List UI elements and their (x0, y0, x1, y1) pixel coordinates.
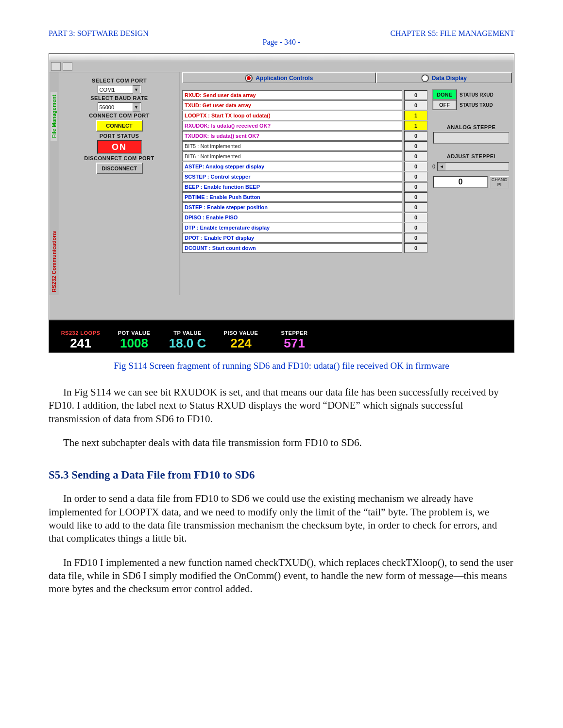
section-heading: S5.3 Sending a Data File from FD10 to SD… (49, 469, 514, 481)
page-number: Page - 340 - (49, 38, 514, 47)
port-status-value: ON (97, 140, 142, 154)
control-row-2-label[interactable]: LOOPTX : Start TX loop of udata() (182, 111, 402, 120)
control-row-8-label[interactable]: SCSTEP : Control stepper (182, 172, 402, 182)
body-paragraph-2: The next subchapter deals with data file… (49, 436, 514, 449)
status-col-1-head: POT VALUE (107, 330, 161, 336)
port-status-label: PORT STATUS (62, 133, 176, 139)
disconnect-com-port-label: DISCONNECT COM PORT (62, 155, 176, 161)
disconnect-button[interactable]: DISCONNECT (96, 163, 143, 174)
select-baud-rate-label: SELECT BAUD RATE (62, 95, 176, 101)
analog-stepper-label: ANALOG STEPPE (432, 124, 510, 130)
status-col-1-value: 1008 (107, 337, 161, 349)
control-row-10-label[interactable]: PBTIME : Enable Push Button (182, 192, 402, 202)
status-rxud-value: DONE (432, 89, 457, 100)
tab-application-controls-label: Application Controls (256, 75, 313, 82)
control-row-3-value: 1 (404, 121, 427, 131)
radio-off-icon (421, 74, 429, 82)
control-row-8-value: 0 (404, 172, 427, 182)
control-row-5-label[interactable]: BIT5 : Not implemented (182, 141, 402, 151)
status-col-1: POT VALUE1008 (107, 330, 161, 349)
status-txud-label: STATUS TXUD (460, 102, 493, 108)
connection-panel: SELECT COM PORT COM1 SELECT BAUD RATE 56… (59, 72, 180, 295)
toolbar-icon-2[interactable] (63, 62, 72, 71)
control-row-1-label[interactable]: TXUD: Get user data array (182, 100, 402, 110)
status-col-2-value: 18.0 C (161, 337, 214, 349)
tab-data-display-label: Data Display (432, 75, 467, 82)
control-row-1-value: 0 (404, 100, 427, 110)
adjust-stepper-label: ADJUST STEPPEI (432, 153, 510, 159)
control-row-4-label[interactable]: TXUDOK: Is udata() sent OK? (182, 131, 402, 141)
connect-button[interactable]: CONNECT (96, 120, 143, 132)
status-col-3-head: PISO VALUE (214, 330, 268, 336)
header-right: CHAPTER S5: FILE MANAGEMENT (390, 29, 514, 38)
screenshot: File Management RS232 Communications SEL… (49, 53, 514, 353)
status-col-0: RS232 LOOPS241 (54, 330, 107, 349)
radio-on-icon (245, 74, 253, 82)
control-row-4-value: 0 (404, 131, 427, 141)
control-row-6-label[interactable]: BIT6 : Not implemented (182, 151, 402, 161)
control-row-12-label[interactable]: DPISO : Enable PISO (182, 213, 402, 222)
stepper-readout: 0 (433, 176, 488, 188)
status-col-4: STEPPER571 (268, 330, 321, 349)
control-row-15-label[interactable]: DCOUNT : Start count down (182, 243, 402, 253)
control-row-9-value: 0 (404, 182, 427, 192)
status-col-3: PISO VALUE224 (214, 330, 268, 349)
titlebar (49, 54, 514, 61)
adjust-stepper-scrollbar[interactable]: ◄ (437, 162, 509, 171)
connect-com-port-label: CONNECT COM PORT (62, 113, 176, 118)
control-row-6-value: 0 (404, 151, 427, 161)
control-row-0-label[interactable]: RXUD: Send user data array (182, 90, 402, 100)
body-paragraph-1: In Fig S114 we can see bit RXUDOK is set… (49, 386, 514, 426)
adjust-zero-label: 0 (432, 164, 435, 169)
control-row-10-value: 0 (404, 192, 427, 202)
control-row-7-value: 0 (404, 162, 427, 171)
status-col-2: TP VALUE18.0 C (161, 330, 214, 349)
tab-application-controls[interactable]: Application Controls (182, 72, 376, 83)
vtab-file-management[interactable]: File Management (51, 92, 57, 141)
body-paragraph-3: In order to send a data file from FD10 t… (49, 492, 514, 545)
baud-rate-select[interactable]: 56000 (98, 102, 141, 111)
control-row-11-value: 0 (404, 202, 427, 212)
control-row-3-label[interactable]: RXUDOK: Is udata() received OK? (182, 121, 402, 131)
control-row-11-label[interactable]: DSTEP : Enable stepper position (182, 202, 402, 212)
status-col-3-value: 224 (214, 337, 268, 349)
control-row-0-value: 0 (404, 90, 427, 100)
control-row-14-value: 0 (404, 233, 427, 243)
header-left: PART 3: SOFTWARE DESIGN (49, 29, 149, 38)
control-row-7-label[interactable]: ASTEP: Analog stepper display (182, 162, 402, 171)
control-row-15-value: 0 (404, 243, 427, 253)
status-txud-value: OFF (432, 99, 457, 110)
status-col-2-head: TP VALUE (161, 330, 214, 336)
change-button[interactable]: CHANG PI (490, 176, 509, 188)
control-row-9-label[interactable]: BEEP : Enable function BEEP (182, 182, 402, 192)
tab-data-display[interactable]: Data Display (376, 72, 512, 83)
com-port-select[interactable]: COM1 (98, 85, 141, 94)
status-col-0-value: 241 (54, 337, 107, 349)
control-row-13-value: 0 (404, 223, 427, 232)
toolbar (49, 61, 514, 72)
vtab-rs232-communications[interactable]: RS232 Communications (51, 228, 57, 295)
control-row-2-value: 1 (404, 111, 427, 120)
scroll-left-icon[interactable]: ◄ (438, 163, 445, 170)
status-col-4-value: 571 (268, 337, 321, 349)
control-row-5-value: 0 (404, 141, 427, 151)
control-row-12-value: 0 (404, 213, 427, 222)
figure-caption: Fig S114 Screen fragment of running SD6 … (49, 361, 514, 371)
status-col-0-head: RS232 LOOPS (54, 330, 107, 336)
control-row-14-label[interactable]: DPOT : Enable POT display (182, 233, 402, 243)
status-rxud-label: STATUS RXUD (460, 92, 494, 98)
select-com-port-label: SELECT COM PORT (62, 78, 176, 83)
status-col-4-head: STEPPER (268, 330, 321, 336)
toolbar-icon-1[interactable] (51, 62, 61, 71)
body-paragraph-4: In FD10 I implemented a new function nam… (49, 556, 514, 596)
analog-stepper-ruler (433, 132, 509, 144)
status-bar: RS232 LOOPS241POT VALUE1008TP VALUE18.0 … (49, 319, 514, 352)
control-row-13-label[interactable]: DTP : Enable temperature display (182, 223, 402, 232)
